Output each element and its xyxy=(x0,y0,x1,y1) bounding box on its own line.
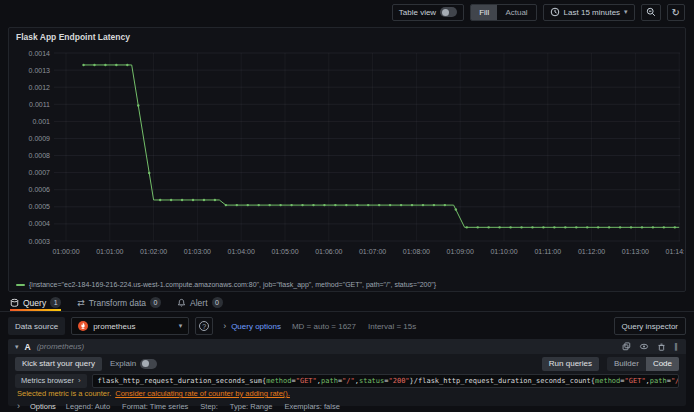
data-point[interactable] xyxy=(115,64,117,66)
tab-transform[interactable]: ⇄ Transform data 0 xyxy=(77,294,161,311)
data-point[interactable] xyxy=(586,226,588,228)
data-point[interactable] xyxy=(498,226,500,228)
metrics-browser-button[interactable]: Metrics browser › xyxy=(15,374,87,388)
promql-expression-input[interactable]: flask_http_request_duration_seconds_sum{… xyxy=(92,374,679,388)
data-point[interactable] xyxy=(356,204,358,206)
data-point[interactable] xyxy=(509,226,511,228)
data-point[interactable] xyxy=(367,204,369,206)
table-view-control[interactable]: Table view xyxy=(392,4,464,21)
data-point[interactable] xyxy=(608,226,610,228)
data-point[interactable] xyxy=(477,226,479,228)
data-point[interactable] xyxy=(400,204,402,206)
data-point[interactable] xyxy=(553,226,555,228)
data-point[interactable] xyxy=(345,204,347,206)
data-point[interactable] xyxy=(389,204,391,206)
data-point[interactable] xyxy=(214,199,216,201)
data-point[interactable] xyxy=(619,226,621,228)
data-point[interactable] xyxy=(334,204,336,206)
x-tick-label: 01:02:00 xyxy=(140,248,167,255)
chevron-right-icon: › xyxy=(78,376,81,385)
drag-handle[interactable]: ∥ xyxy=(674,342,679,351)
copy-icon[interactable] xyxy=(622,342,631,351)
data-point[interactable] xyxy=(597,226,599,228)
refresh-button[interactable]: ↻ xyxy=(667,4,685,21)
x-tick-label: 01:12:00 xyxy=(578,248,605,255)
panel-title: Flask App Endpoint Latency xyxy=(16,32,130,42)
query-options-summary-row[interactable]: › Options Legend: AutoFormat: Time serie… xyxy=(8,399,686,412)
data-point[interactable] xyxy=(312,204,314,206)
data-point[interactable] xyxy=(652,226,654,228)
data-point[interactable] xyxy=(225,204,227,206)
data-point[interactable] xyxy=(170,199,172,201)
kick-start-query-button[interactable]: Kick start your query xyxy=(15,357,102,371)
bell-icon xyxy=(177,298,186,308)
data-point[interactable] xyxy=(268,204,270,206)
data-point[interactable] xyxy=(148,172,150,174)
data-point[interactable] xyxy=(444,204,446,206)
eye-icon[interactable] xyxy=(639,342,649,351)
data-point[interactable] xyxy=(301,204,303,206)
tab-alert[interactable]: Alert 0 xyxy=(177,294,222,311)
data-point[interactable] xyxy=(203,199,205,201)
data-point[interactable] xyxy=(104,64,106,66)
refresh-icon: ↻ xyxy=(672,7,680,18)
data-point[interactable] xyxy=(674,226,676,228)
trash-icon[interactable] xyxy=(657,342,666,352)
promql-token-string: "GET" xyxy=(625,377,646,385)
query-row-header[interactable]: ▾ A (prometheus) ∥ xyxy=(8,339,686,354)
option-summary-item: Step: xyxy=(200,402,218,411)
data-point[interactable] xyxy=(258,204,260,206)
series-legend-item[interactable]: {instance="ec2-184-169-216-224.us-west-1… xyxy=(16,281,436,288)
query-options-toggle[interactable]: › Query options MD = auto = 1627 Interva… xyxy=(223,321,416,331)
time-range-picker[interactable]: Last 15 minutes ▾ xyxy=(543,4,635,21)
data-point[interactable] xyxy=(279,204,281,206)
data-point[interactable] xyxy=(192,199,194,201)
data-point[interactable] xyxy=(433,204,435,206)
counter-warning-link[interactable]: Consider calculating rate of counter by … xyxy=(115,389,290,398)
data-point[interactable] xyxy=(82,64,84,66)
data-point[interactable] xyxy=(630,226,632,228)
data-point[interactable] xyxy=(126,64,128,66)
data-point[interactable] xyxy=(487,226,489,228)
data-point[interactable] xyxy=(422,204,424,206)
data-point[interactable] xyxy=(236,204,238,206)
code-mode-button[interactable]: Code xyxy=(646,357,679,371)
builder-mode-button[interactable]: Builder xyxy=(607,357,646,371)
data-point[interactable] xyxy=(290,204,292,206)
data-point[interactable] xyxy=(181,199,183,201)
datasource-picker[interactable]: prometheus ▾ xyxy=(71,317,189,335)
data-point[interactable] xyxy=(159,199,161,201)
data-point[interactable] xyxy=(466,226,468,228)
data-point[interactable] xyxy=(542,226,544,228)
data-point[interactable] xyxy=(564,226,566,228)
data-point[interactable] xyxy=(93,64,95,66)
latency-series-line[interactable] xyxy=(84,65,680,227)
explain-toggle[interactable] xyxy=(140,359,157,369)
run-queries-button[interactable]: Run queries xyxy=(542,357,599,371)
fill-button[interactable]: Fill xyxy=(471,5,497,20)
tab-query[interactable]: Query 1 xyxy=(10,294,61,311)
data-point[interactable] xyxy=(323,204,325,206)
actual-button[interactable]: Actual xyxy=(497,5,535,20)
option-summary-item: Format: Time series xyxy=(122,402,188,411)
table-view-toggle[interactable] xyxy=(440,7,457,17)
data-point[interactable] xyxy=(247,204,249,206)
data-point[interactable] xyxy=(531,226,533,228)
data-point[interactable] xyxy=(641,226,643,228)
data-point[interactable] xyxy=(411,204,413,206)
query-inspector-button[interactable]: Query inspector xyxy=(614,317,686,335)
promql-token-label: status xyxy=(359,377,384,385)
data-point[interactable] xyxy=(378,204,380,206)
datasource-help-button[interactable]: ? xyxy=(195,317,213,335)
chevron-right-icon: › xyxy=(223,321,226,331)
data-point[interactable] xyxy=(520,226,522,228)
data-point[interactable] xyxy=(663,226,665,228)
zoom-out-button[interactable] xyxy=(641,4,661,21)
editor-tabs: Query 1 ⇄ Transform data 0 Alert 0 xyxy=(0,294,694,312)
latency-chart[interactable]: 0.00140.00130.00120.00110.0010.00090.000… xyxy=(10,45,684,273)
data-point[interactable] xyxy=(575,226,577,228)
data-point[interactable] xyxy=(455,208,457,210)
option-summary-item: Exemplars: false xyxy=(284,402,339,411)
fill-actual-group: Fill Actual xyxy=(470,4,536,21)
data-point[interactable] xyxy=(137,104,139,106)
